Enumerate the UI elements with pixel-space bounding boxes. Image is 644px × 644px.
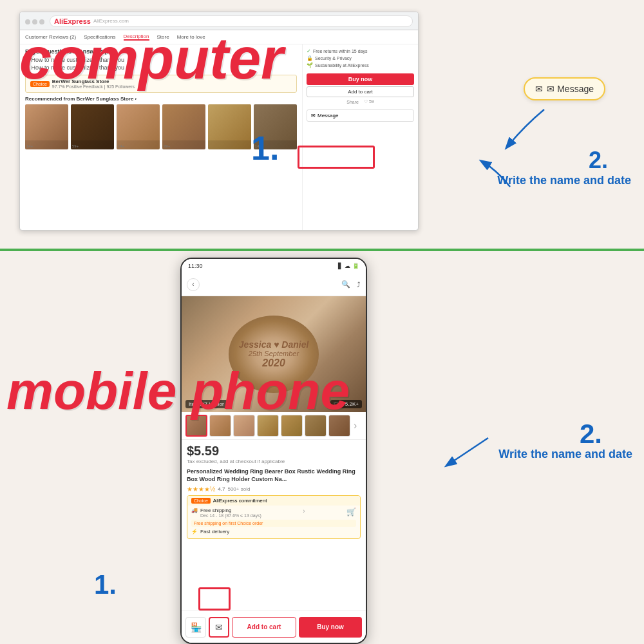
thumb-4[interactable]: 39+ <box>162 104 205 149</box>
choice-header: Choice AliExpress commitment <box>187 496 360 506</box>
sold-count: 500+ sold <box>227 486 250 492</box>
write-name-date-top: Write the name and date <box>497 174 631 187</box>
message-label-small: Message <box>317 113 338 118</box>
add-to-cart-button-phone[interactable]: Add to cart <box>232 617 296 638</box>
address-bar[interactable]: AliExpress AliExpress.com <box>50 15 413 27</box>
step-2-label-bottom: 2. <box>580 419 602 450</box>
message-highlight-box-top <box>298 146 375 169</box>
message-bubble-icon: ✉ <box>535 84 543 94</box>
aliexpress-logo: AliExpress <box>54 17 91 25</box>
wedding-date: 25th September <box>239 350 309 357</box>
add-to-cart-button-browser[interactable]: Add to cart <box>307 86 414 97</box>
share-label[interactable]: Share <box>346 100 359 104</box>
back-button[interactable]: ‹ <box>187 278 200 291</box>
couple-names: Jessica ♥ Daniel <box>239 339 309 350</box>
thumb-3[interactable]: 14+ <box>117 104 160 149</box>
delivery-info: ✓Free returns within 15 days 🔒Security &… <box>307 48 414 68</box>
chevron-right-icon[interactable]: › <box>303 507 305 515</box>
phone-rating: ★★★★½ 4.7 500+ sold <box>182 486 366 495</box>
thumb-2[interactable]: 59+ <box>71 104 114 149</box>
choice-title: AliExpress commitment <box>213 498 267 504</box>
phone-price-section: $5.59 Tax excluded, add at checkout if a… <box>182 440 366 467</box>
step-1-label-bottom: 1. <box>94 569 117 600</box>
computer-label: computer <box>19 26 283 92</box>
recommended-title: Recommended from BerWer Sunglass Store › <box>25 96 297 102</box>
phone-product-title: Personalized Wedding Ring Bearer Box Rus… <box>182 467 366 486</box>
window-controls <box>25 15 46 27</box>
phone-mockup: 11:30 ▋ ☁ 🔋 ‹ 🔍 ⤴ Jessica ♥ Daniel 25th … <box>180 258 367 644</box>
thumb-5[interactable] <box>208 104 251 149</box>
message-button-browser[interactable]: ✉ Message <box>307 109 414 122</box>
message-highlight-box-bottom <box>198 587 231 611</box>
choice-badge-phone: Choice <box>191 498 211 504</box>
truck-icon: 🚚 <box>191 507 198 513</box>
step-1-label-top: 1. <box>251 129 279 167</box>
store-icon-btn[interactable]: 🏪 <box>185 617 206 638</box>
likes-label[interactable]: ♡ 59 <box>364 99 374 104</box>
star-icons: ★★★★½ <box>187 486 215 493</box>
thumb-1[interactable]: 14+ <box>25 104 68 149</box>
phone-header: ‹ 🔍 ⤴ <box>182 273 366 296</box>
choice-section: Choice AliExpress commitment 🚚 Free ship… <box>187 495 361 539</box>
computer-section: AliExpress AliExpress.com Customer Revie… <box>0 0 644 251</box>
search-icon-phone[interactable]: 🔍 <box>341 280 350 289</box>
cart-icon-choice[interactable]: 🛒 <box>346 507 356 516</box>
phone-status-icons: ▋ ☁ 🔋 <box>338 263 359 269</box>
lightning-icon: ⚡ <box>191 529 198 535</box>
arrow-2-bottom <box>443 431 495 470</box>
buy-now-button[interactable]: Buy now <box>307 73 414 85</box>
free-shipping-choice-tag: Free shipping on first Choice order <box>191 520 356 527</box>
arrow-1-top <box>499 106 551 151</box>
message-bubble-text: ✉ Message <box>547 84 594 94</box>
phone-price: $5.59 <box>187 444 219 458</box>
phone-status-bar: 11:30 ▋ ☁ 🔋 <box>182 259 366 273</box>
url-text: AliExpress.com <box>93 18 129 24</box>
phone-tax-note: Tax excluded, add at checkout if applica… <box>187 459 361 464</box>
mobile-section: mobile phone 11:30 ▋ ☁ 🔋 ‹ 🔍 ⤴ Jessica ♥… <box>0 251 644 644</box>
step-2-label-top: 2. <box>589 147 608 174</box>
buy-now-button-phone[interactable]: Buy now <box>299 617 362 638</box>
message-icon-small: ✉ <box>311 113 316 118</box>
fast-delivery-label: Fast delivery <box>200 529 229 535</box>
wifi-icon: ☁ <box>345 263 350 269</box>
battery-icon: 🔋 <box>352 263 359 269</box>
fast-delivery-row: ⚡ Fast delivery <box>191 529 356 535</box>
signal-icon: ▋ <box>338 263 343 269</box>
phone-bottom-bar: 🏪 ✉ Add to cart Buy now <box>182 611 366 643</box>
share-row: Share ♡ 59 <box>307 99 414 104</box>
delivery-dates: Dec 14 - 18 (87.6% ≤ 13 days) <box>200 513 261 518</box>
free-shipping-label: Free shipping <box>200 507 261 513</box>
free-shipping-row: 🚚 Free shipping Dec 14 - 18 (87.6% ≤ 13 … <box>191 507 356 518</box>
write-name-date-bottom: Write the name and date <box>498 448 632 461</box>
rating-value: 4.7 <box>218 486 225 492</box>
phone-time: 11:30 <box>188 263 203 269</box>
mobile-label: mobile phone <box>6 361 350 421</box>
share-icon-phone[interactable]: ⤴ <box>357 281 361 289</box>
message-bubble-annotation: ✉ ✉ Message <box>524 77 605 100</box>
message-icon-btn[interactable]: ✉ <box>209 617 229 638</box>
thumb-more[interactable]: › <box>354 420 357 431</box>
choice-content: 🚚 Free shipping Dec 14 - 18 (87.6% ≤ 13 … <box>187 506 360 538</box>
